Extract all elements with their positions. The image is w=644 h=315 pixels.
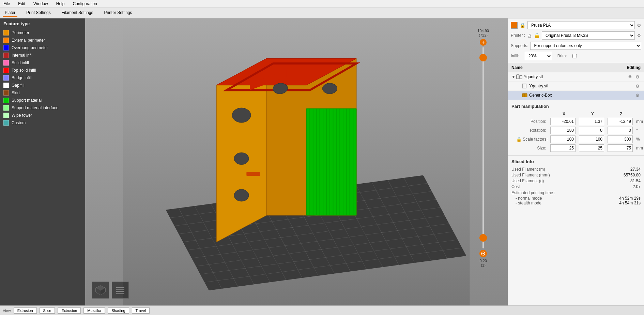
bottom-bar: View Extrusion Slice Extrusion Mozaika S…	[0, 305, 644, 315]
svg-rect-62	[116, 293, 124, 294]
object-list-item-ygantry-group[interactable]: ▼ Ygantry.stl 👁 ⚙	[508, 72, 644, 82]
printer-settings-icon[interactable]: ⚙	[637, 33, 641, 38]
feature-type-legend: Feature type Perimeter External perimete…	[0, 18, 85, 305]
rotation-label: Rotation:	[511, 128, 549, 133]
size-x-input[interactable]: 25	[550, 144, 576, 152]
bottom-btn-travel[interactable]: Travel	[132, 307, 150, 314]
menu-help[interactable]: Help	[55, 1, 66, 7]
menu-edit[interactable]: Edit	[17, 1, 27, 7]
ygantry-group-settings-button[interactable]: ⚙	[634, 74, 641, 80]
3d-view	[85, 18, 508, 305]
expand-icon[interactable]: ▼	[511, 74, 516, 79]
scale-lock-icon[interactable]: 🔒	[516, 137, 522, 142]
bottom-btn-extrusion2[interactable]: Extrusion	[58, 307, 81, 314]
ygantry-stl-settings-button[interactable]: ⚙	[634, 83, 641, 89]
cube-view-button[interactable]	[92, 282, 109, 299]
position-z-input[interactable]: -12.49	[608, 118, 633, 125]
scale-y-input[interactable]: 100	[579, 135, 604, 143]
svg-marker-31	[306, 109, 356, 215]
infill-select[interactable]: 20% 10% 15% 25% 30%	[525, 52, 552, 60]
modifier-icon	[522, 93, 528, 98]
scale-x-input[interactable]: 100	[550, 135, 576, 143]
layer-view-button[interactable]	[112, 282, 129, 299]
legend-item: Support material	[3, 97, 82, 104]
slider-bottom-thumb[interactable]	[479, 234, 487, 242]
filament-settings-icon[interactable]: ⚙	[637, 23, 641, 28]
slider-track[interactable]	[482, 47, 484, 248]
svg-point-49	[234, 189, 249, 201]
normal-mode-value: 4h 52m 29s	[619, 196, 641, 201]
legend-item: Bridge infill	[3, 74, 82, 82]
bottom-btn-slice[interactable]: Slice	[40, 307, 55, 314]
scale-z-input[interactable]: 300	[608, 135, 633, 143]
slider-bottom-sub: (1)	[481, 263, 485, 267]
cost-row: Cost 2.07	[511, 184, 641, 189]
bottom-btn-shading[interactable]: Shading	[108, 307, 129, 314]
ygantry-group-eye-button[interactable]: 👁	[627, 74, 633, 80]
right-panel: 🔒 Prusa PLA ⚙ Printer : 🖨 🔒 Original Pru…	[508, 18, 644, 305]
printer-lock-icon: 🔒	[534, 33, 540, 38]
slider-top-thumb[interactable]	[479, 54, 487, 61]
svg-point-47	[232, 108, 251, 123]
main-area: Feature type Perimeter External perimete…	[0, 18, 644, 305]
sliced-info-section: Sliced Info Used Filament (m) 27.34 Used…	[508, 156, 644, 209]
legend-item: Solid infill	[3, 59, 82, 67]
filament-color-swatch[interactable]	[511, 22, 518, 29]
used-filament-m-label: Used Filament (m)	[511, 167, 545, 172]
legend-item: Skirt	[3, 89, 82, 97]
legend-color-swatch	[3, 113, 9, 118]
stealth-mode-row: - stealth mode 4h 54m 31s	[511, 201, 641, 205]
object-list-header: Name Editing	[508, 63, 644, 72]
tab-printer-settings[interactable]: Printer Settings	[102, 9, 134, 17]
legend-color-swatch	[3, 60, 9, 66]
ygantry-group-actions: 👁 ⚙	[627, 74, 641, 80]
view-label: View	[3, 309, 11, 313]
legend-item-label: Wipe tower	[12, 113, 32, 118]
supports-select[interactable]: For support enforcers only None Everywhe…	[530, 42, 641, 50]
legend-color-swatch	[3, 83, 9, 88]
menubar: File Edit Window Help Configuration	[0, 0, 644, 8]
brim-checkbox[interactable]	[572, 54, 577, 58]
object-list-item-generic-box[interactable]: Generic-Box ⚙	[508, 91, 644, 100]
tab-filament-settings[interactable]: Filament Settings	[60, 9, 95, 17]
x-header: X	[550, 112, 578, 116]
filament-select[interactable]: Prusa PLA	[527, 21, 635, 29]
slider-bottom-value: 0.20	[479, 259, 487, 263]
size-z-input[interactable]: 75	[608, 144, 633, 152]
menu-file[interactable]: File	[2, 1, 11, 7]
filament-lock-icon: 🔒	[520, 23, 525, 28]
slider-plus-button[interactable]: +	[480, 39, 487, 46]
legend-color-swatch	[3, 105, 9, 111]
rotation-z-input[interactable]: 0	[608, 127, 633, 134]
generic-box-name: Generic-Box	[529, 93, 634, 98]
menu-window[interactable]: Window	[32, 1, 49, 7]
object-list-item-ygantry-stl[interactable]: Ygantry.stl ⚙	[508, 82, 644, 91]
scale-label: Scale factors:	[523, 137, 548, 142]
printer-select[interactable]: Original Prusa i3 MK3S	[542, 31, 635, 40]
size-row: Size: 25 25 75 mm	[511, 144, 641, 152]
legend-item: Custom	[3, 119, 82, 127]
svg-rect-63	[517, 75, 519, 79]
viewport[interactable]: 104.90 (722) + 0.20 (1)	[85, 18, 508, 305]
layer-slider[interactable]: 104.90 (722) + 0.20 (1)	[477, 29, 489, 268]
rotation-x-input[interactable]: 180	[550, 127, 576, 134]
bottom-btn-mozaika[interactable]: Mozaika	[83, 307, 105, 314]
bottom-btn-extrusion[interactable]: Extrusion	[14, 307, 37, 314]
generic-box-settings-button[interactable]: ⚙	[634, 92, 641, 98]
rotation-row: Rotation: 180 0 0 ° ↺	[511, 127, 641, 134]
tab-print-settings[interactable]: Print Settings	[24, 9, 52, 17]
position-y-input[interactable]: 1.37	[579, 118, 604, 125]
used-filament-mm3-label: Used Filament (mm³)	[511, 173, 550, 177]
menu-configuration[interactable]: Configuration	[71, 1, 98, 7]
tab-plater[interactable]: Plater	[3, 9, 17, 17]
part-manipulation-section: Part manipulation X Y Z Position: -20.61…	[508, 100, 644, 156]
svg-point-48	[234, 153, 249, 164]
rotation-y-input[interactable]: 0	[579, 127, 604, 134]
size-label: Size:	[511, 146, 549, 151]
position-label: Position:	[511, 119, 549, 124]
position-x-input[interactable]: -20.61	[550, 118, 576, 125]
size-y-input[interactable]: 25	[579, 144, 604, 152]
slider-settings-icon[interactable]	[479, 250, 487, 257]
legend-item-label: Support material interface	[12, 105, 58, 110]
used-filament-g-value: 81.54	[630, 178, 641, 183]
